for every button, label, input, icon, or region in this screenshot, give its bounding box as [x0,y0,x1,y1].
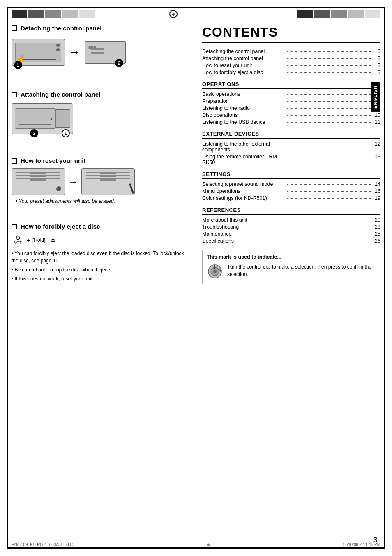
detach-title: Detaching the control panel [21,25,102,32]
toc-item-label: More about this unit [202,217,286,223]
toc-page: 3 [372,56,380,61]
toc-item-label: Listening to the radio [202,105,286,111]
toc-item: More about this unit 20 [202,217,380,223]
toc-dots [287,220,371,220]
toc-item: Maintenance 25 [202,231,380,237]
toc-dots [287,122,371,123]
eject-bullet-1: • You can forcibly eject the loaded disc… [12,250,188,264]
toc-page: 25 [372,231,380,237]
eject-bullet-2-text: Be careful not to drop the disc when it … [15,267,113,273]
control-line-2 [16,175,60,176]
toc-intro-item: Detaching the control panel 3 [202,49,380,54]
section-reset: How to reset your unit → [12,157,188,210]
toc-intro-item: Attaching the control panel 3 [202,56,380,61]
header-bar: ⊕ [7,7,385,21]
toc-section: SETTINGS Selecting a preset sound mode 1… [202,171,380,201]
reset-illustration: → [12,168,188,195]
header-compass-left: ⊕ [169,10,178,18]
toc-item: Listening to the other external componen… [202,141,380,153]
right-column: CONTENTS Detaching the control panel 3 A… [196,25,380,531]
toc-section-title: OPERATIONS [202,81,380,89]
toc-intro: Detaching the control panel 3 Attaching … [202,49,380,75]
radio-btn-1 [56,44,60,47]
toc-item-label: Using the remote controller—RM-RK50 [202,154,286,165]
toc-dots [287,72,371,73]
eject-icon [12,224,17,229]
detach-device-2: ≡≡≡ 2 [85,41,126,64]
toc-dots [287,184,371,185]
detach-device-1: ☝ 1 [12,39,65,66]
eject-symbol-icon: ⏏ [51,237,55,243]
reset-device-controls [16,172,60,179]
attach-title: Attaching the control panel [21,91,100,98]
hold-label: [Hold] [32,237,45,243]
radio-btn-2 [56,48,60,51]
toc-page: 3 [372,70,380,75]
toc-item-label: Disc operations [202,112,286,118]
attach-illustration: —— ← 2 1 [12,102,188,135]
reset-button [56,186,61,191]
eject-disc-button: ⏏ [48,236,58,244]
toc-item: Preparation 6 [202,98,380,104]
left-column: Detaching the control panel ☝ 1 [12,25,196,531]
header-blocks-left [12,7,95,21]
reset-note: Your preset adjustments will also be era… [12,198,188,204]
toc-item: Listening to the USB device 11 [202,119,380,125]
toc-intro-item: How to forcibly eject a disc 3 [202,70,380,75]
toc-item-label: Listening to the other external componen… [202,141,286,153]
reset-title: How to reset your unit [21,157,85,164]
toc-sections: OPERATIONS Basic operations 4 Preparatio… [202,81,380,244]
eject-title: How to forcibly eject a disc [21,223,100,230]
toc-dots [287,115,371,116]
dial-icon [207,263,223,280]
stylus [129,183,134,194]
section-eject: How to forcibly eject a disc ⏻ /ATT + [H… [12,223,188,288]
eject-bullet-1-text: You can forcibly eject the loaded disc e… [12,250,184,264]
divider-3 [12,218,188,218]
car-radio-buttons [56,44,60,51]
toc-item-label: Selecting a preset sound mode [202,181,286,187]
toc-dots [287,94,371,95]
toc-item: Basic operations 4 [202,91,380,97]
control-line-4 [86,172,130,173]
control-line-3 [16,178,60,179]
toc-intro-items: Detaching the control panel 3 Attaching … [202,49,380,75]
control-line-6 [86,178,130,179]
page-border-left [7,7,8,549]
toc-intro-label: Detaching the control panel [202,49,286,54]
toc-intro-label: How to reset your unit [202,63,286,68]
divider-2 [12,152,188,152]
mark-box: This mark is used to indicate... Turn th… [202,250,380,284]
toc-dots [287,51,371,52]
header-block-r3 [331,10,347,18]
header-block-5 [79,10,95,18]
toc-dots [287,157,371,157]
header-block-r1 [297,10,313,18]
eject-bullet-2: • Be careful not to drop the disc when i… [12,266,188,273]
toc-item: Using the remote controller—RM-RK50 13 [202,154,380,165]
toc-item-label: Menu operations [202,188,286,194]
detach-heading: Detaching the control panel [12,25,188,32]
detach-illustration: ☝ 1 → ≡≡≡ 2 [12,36,188,69]
toc-item-label: Preparation [202,98,286,104]
toc-item: Specifications 26 [202,238,380,244]
toc-page: 11 [372,119,380,125]
power-icon: ⏻ [16,235,20,241]
toc-item-label: Listening to the USB device [202,119,286,125]
detach-icon [12,25,17,31]
toc-dots [287,234,371,234]
divider-1 [12,86,188,86]
eject-bullets: • You can forcibly eject the loaded disc… [12,250,188,283]
control-line-5 [86,175,130,176]
reset-device-1 [12,168,65,195]
toc-item-label: Troubleshooting [202,224,286,230]
insert-arrow: ← [49,114,57,123]
toc-page: 19 [372,195,380,201]
section-attach: Attaching the control panel —— ← [12,91,188,144]
attach-badge-2: 2 [30,129,38,137]
badge-2: 2 [115,59,123,67]
toc-dots [287,58,371,59]
control-line-1 [16,172,60,173]
toc-page: 3 [372,63,380,68]
toc-dots [287,241,371,241]
